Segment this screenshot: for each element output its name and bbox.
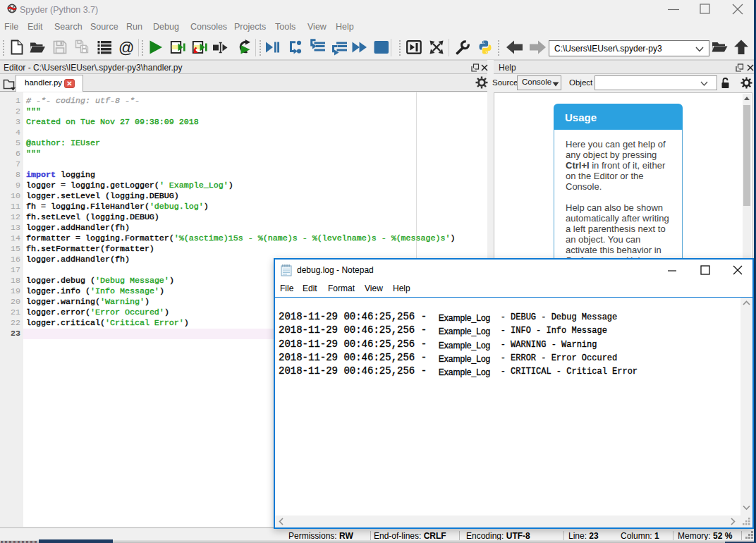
svg-text:@: @ bbox=[118, 39, 134, 56]
